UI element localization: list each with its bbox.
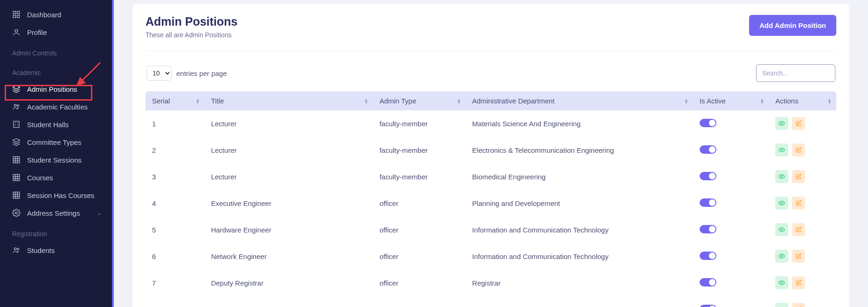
- content-card: Admin Positions These all are Admin Posi…: [132, 4, 849, 307]
- sidebar-label: Committee Types: [27, 138, 81, 146]
- cell-actions: [769, 110, 836, 137]
- view-button[interactable]: [775, 117, 788, 130]
- active-toggle[interactable]: [700, 145, 716, 154]
- edit-icon: [795, 200, 802, 206]
- table-row: 8Associate Professorfaculty-memberChemis…: [146, 296, 836, 307]
- cell-serial: 4: [146, 190, 204, 217]
- page-subtitle: These all are Admin Positions: [146, 31, 237, 39]
- search-input[interactable]: [756, 64, 835, 82]
- cell-serial: 3: [146, 164, 204, 190]
- cell-department: Information and Communication Technology: [465, 217, 693, 243]
- sidebar-item-address-settings[interactable]: Address Settings ⌄: [0, 204, 114, 222]
- grid-icon: [12, 191, 21, 199]
- cell-is-active: [693, 270, 769, 296]
- edit-button[interactable]: [792, 197, 805, 210]
- cell-serial: 6: [146, 243, 204, 270]
- cell-is-active: [693, 190, 769, 217]
- cell-admin-type: faculty-member: [373, 137, 466, 164]
- edit-icon: [795, 120, 802, 127]
- svg-point-31: [15, 212, 18, 214]
- cell-admin-type: faculty-member: [373, 110, 466, 137]
- sidebar-section-admin-controls: Admin Controls: [0, 41, 114, 61]
- cell-actions: [769, 137, 836, 164]
- cell-actions: [769, 164, 836, 190]
- sort-icon: ▲▼: [195, 98, 200, 104]
- edit-button[interactable]: [792, 276, 805, 289]
- table-row: 5Hardware EngineerofficerInformation and…: [146, 217, 836, 243]
- col-header-serial[interactable]: Serial ▲▼: [146, 91, 204, 110]
- view-button[interactable]: [775, 276, 788, 289]
- admin-positions-table: Serial ▲▼ Title ▲▼ Admin Type ▲▼ Admin: [146, 91, 836, 307]
- svg-rect-26: [13, 192, 20, 198]
- sidebar-item-courses[interactable]: Courses: [0, 169, 114, 186]
- col-header-is-active[interactable]: Is Active ▲▼: [693, 91, 769, 110]
- sidebar-section-registration: Registration: [0, 222, 114, 241]
- view-button[interactable]: [775, 197, 788, 210]
- view-button[interactable]: [775, 303, 788, 307]
- chevron-down-icon: ⌄: [97, 210, 102, 216]
- edit-icon: [795, 147, 802, 153]
- add-admin-position-button[interactable]: Add Admin Position: [749, 15, 836, 36]
- eye-icon: [778, 226, 785, 233]
- cell-actions: [769, 296, 836, 307]
- table-controls: 10 entries per page: [146, 51, 836, 91]
- svg-rect-2: [13, 15, 15, 18]
- edit-button[interactable]: [792, 250, 805, 263]
- view-button[interactable]: [775, 143, 788, 157]
- col-header-department[interactable]: Administrative Department ▲▼: [465, 91, 693, 110]
- sidebar-item-dashboard[interactable]: Dashboard: [0, 6, 114, 23]
- cell-actions: [769, 243, 836, 270]
- sidebar-item-academic-faculties[interactable]: Academic Faculties: [0, 98, 114, 116]
- edit-button[interactable]: [792, 223, 805, 236]
- edit-button[interactable]: [792, 143, 805, 157]
- col-header-title[interactable]: Title ▲▼: [204, 91, 373, 110]
- edit-button[interactable]: [792, 170, 805, 183]
- svg-rect-8: [14, 121, 19, 128]
- col-header-actions[interactable]: Actions ▲▼: [769, 91, 836, 110]
- per-page-select[interactable]: 10: [146, 66, 172, 81]
- cell-department: Planning and Developement: [465, 190, 693, 217]
- sidebar-item-student-sessions[interactable]: Student Sessions: [0, 151, 114, 169]
- view-button[interactable]: [775, 250, 788, 263]
- cell-title: Lecturer: [204, 164, 373, 190]
- active-toggle[interactable]: [700, 225, 716, 233]
- svg-point-39: [781, 229, 783, 231]
- sidebar-label: Student Sessions: [27, 156, 82, 164]
- eye-icon: [778, 253, 785, 259]
- sort-icon: ▲▼: [684, 98, 688, 104]
- sidebar-label: Admin Positions: [27, 85, 77, 93]
- svg-point-35: [781, 123, 783, 124]
- edit-button[interactable]: [792, 117, 805, 130]
- edit-button[interactable]: [792, 303, 805, 307]
- table-row: 3Lecturerfaculty-memberBiomedical Engine…: [146, 164, 836, 190]
- active-toggle[interactable]: [700, 198, 716, 207]
- edit-icon: [795, 280, 802, 286]
- sidebar-item-admin-positions[interactable]: Admin Positions: [0, 80, 114, 98]
- sidebar-item-committee-types[interactable]: Committee Types: [0, 133, 114, 151]
- cell-title: Lecturer: [204, 110, 373, 137]
- sidebar-item-profile[interactable]: Profile: [0, 23, 114, 41]
- active-toggle[interactable]: [700, 278, 716, 287]
- svg-point-33: [17, 248, 19, 250]
- cell-department: Information and Communication Technology: [465, 243, 693, 270]
- view-button[interactable]: [775, 170, 788, 183]
- sidebar-item-students[interactable]: Students: [0, 241, 114, 259]
- active-toggle[interactable]: [700, 172, 716, 180]
- active-toggle[interactable]: [700, 252, 716, 260]
- eye-icon: [778, 200, 785, 206]
- table-row: 1Lecturerfaculty-memberMaterials Science…: [146, 110, 836, 137]
- main-content: Admin Positions These all are Admin Posi…: [114, 0, 868, 307]
- active-toggle[interactable]: [700, 305, 716, 307]
- col-header-admin-type[interactable]: Admin Type ▲▼: [373, 91, 466, 110]
- per-page-label: entries per page: [176, 69, 227, 77]
- active-toggle[interactable]: [700, 119, 716, 127]
- view-button[interactable]: [775, 223, 788, 236]
- table-row: 2Lecturerfaculty-memberElectronics & Tel…: [146, 137, 836, 164]
- cell-admin-type: officer: [373, 243, 466, 270]
- cell-title: Executive Engineer: [204, 190, 373, 217]
- svg-rect-21: [13, 174, 20, 181]
- edit-icon: [795, 226, 802, 233]
- sidebar-item-student-halls[interactable]: Student Halls: [0, 116, 114, 133]
- eye-icon: [778, 173, 785, 180]
- sidebar-item-session-has-courses[interactable]: Session Has Courses: [0, 186, 114, 204]
